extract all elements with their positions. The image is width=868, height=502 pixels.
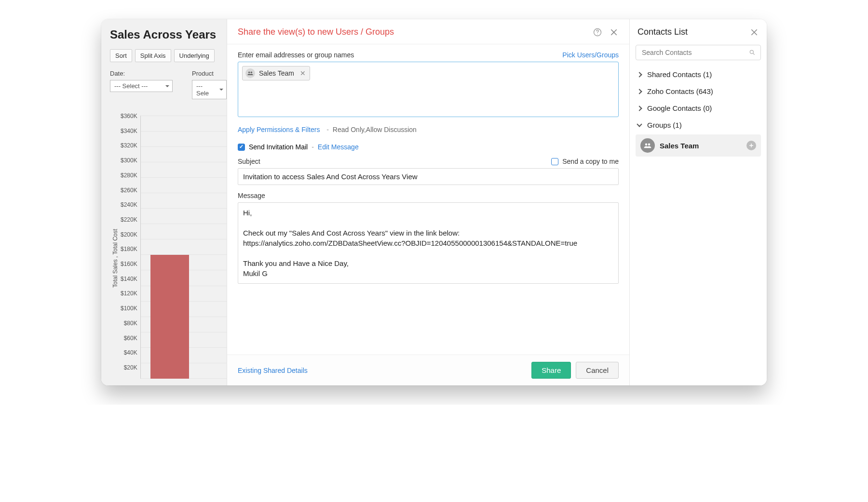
filter-date-select[interactable]: --- Select --- bbox=[110, 80, 173, 92]
chart-filters: Date: --- Select --- Product --- Sele bbox=[110, 70, 227, 99]
ytick: $180K bbox=[121, 242, 140, 256]
chevron-right-icon bbox=[637, 72, 642, 77]
contacts-section-shared[interactable]: Shared Contacts (1) bbox=[634, 66, 763, 83]
contacts-group-item[interactable]: Sales Team ＋ bbox=[636, 134, 761, 157]
chart-toolbar: Sort Split Axis Underlying bbox=[110, 49, 227, 62]
chevron-right-icon bbox=[637, 89, 642, 94]
edit-message-link[interactable]: Edit Message bbox=[318, 143, 359, 151]
send-copy-label: Send a copy to me bbox=[562, 158, 619, 165]
send-copy-checkbox[interactable] bbox=[551, 158, 558, 165]
message-label: Message bbox=[238, 192, 619, 199]
chart-title: Sales Across Years bbox=[110, 28, 227, 41]
filter-product-select[interactable]: --- Sele bbox=[192, 80, 227, 99]
chip-remove-icon[interactable]: ✕ bbox=[298, 69, 306, 77]
underlying-button[interactable]: Underlying bbox=[174, 49, 215, 62]
share-header: Share the view(s) to new Users / Groups bbox=[227, 19, 629, 44]
permissions-summary: Read Only,Allow Discussion bbox=[333, 126, 417, 133]
close-icon[interactable] bbox=[609, 27, 619, 37]
chart-yaxis: $360K $340K $320K $300K $280K $260K $240… bbox=[121, 109, 140, 379]
subject-input[interactable] bbox=[238, 168, 619, 185]
svg-point-6 bbox=[648, 144, 651, 146]
ytick: $20K bbox=[121, 360, 140, 375]
subject-label: Subject bbox=[238, 158, 260, 165]
svg-point-1 bbox=[597, 34, 597, 34]
contacts-header: Contacts List bbox=[630, 19, 767, 43]
add-group-icon[interactable]: ＋ bbox=[746, 141, 756, 150]
ytick: $80K bbox=[121, 316, 140, 330]
ytick: $300K bbox=[121, 153, 140, 168]
chip-label: Sales Team bbox=[259, 69, 294, 77]
section-label: Shared Contacts (1) bbox=[647, 70, 712, 79]
search-icon bbox=[749, 49, 756, 56]
send-invitation-checkbox[interactable] bbox=[238, 144, 245, 151]
group-avatar-icon bbox=[640, 138, 655, 153]
ytick: $280K bbox=[121, 168, 140, 183]
contacts-search[interactable] bbox=[636, 45, 761, 60]
recipient-chip: Sales Team ✕ bbox=[242, 66, 310, 80]
plot-area bbox=[140, 116, 227, 379]
ytick: $200K bbox=[121, 227, 140, 242]
section-label: Google Contacts (0) bbox=[647, 104, 712, 112]
help-icon[interactable] bbox=[593, 27, 602, 37]
svg-point-3 bbox=[251, 72, 253, 74]
svg-point-2 bbox=[248, 72, 250, 74]
contacts-section-google[interactable]: Google Contacts (0) bbox=[634, 100, 763, 117]
chart-ylabel: Total Sales , Total Cost bbox=[110, 109, 121, 379]
filter-label: Date: bbox=[110, 70, 173, 77]
app-window: Sales Across Years Sort Split Axis Under… bbox=[101, 19, 767, 385]
group-name: Sales Team bbox=[660, 142, 699, 150]
sort-button[interactable]: Sort bbox=[110, 49, 132, 62]
ytick: $160K bbox=[121, 257, 140, 271]
chevron-right-icon bbox=[637, 106, 642, 111]
filter-product: Product --- Sele bbox=[192, 70, 227, 99]
chart-bar bbox=[150, 255, 189, 379]
permissions-line: Apply Permissions & Filters - Read Only,… bbox=[238, 126, 619, 133]
section-label: Groups (1) bbox=[647, 121, 682, 129]
contacts-title: Contacts List bbox=[637, 27, 688, 37]
ytick: $240K bbox=[121, 198, 140, 212]
contacts-close-icon[interactable] bbox=[749, 27, 759, 37]
recipients-input[interactable]: Sales Team ✕ bbox=[238, 62, 619, 117]
share-title: Share the view(s) to new Users / Groups bbox=[238, 27, 394, 37]
share-body: Enter email addresses or group names Pic… bbox=[227, 44, 629, 355]
split-axis-button[interactable]: Split Axis bbox=[135, 49, 171, 62]
ytick: $140K bbox=[121, 272, 140, 286]
cancel-button[interactable]: Cancel bbox=[576, 362, 619, 379]
contacts-section-groups[interactable]: Groups (1) bbox=[634, 117, 763, 133]
ytick: $60K bbox=[121, 331, 140, 345]
email-label: Enter email addresses or group names bbox=[238, 51, 354, 59]
message-textarea[interactable]: Hi, Check out my "Sales And Cost Across … bbox=[238, 202, 619, 284]
pick-users-link[interactable]: Pick Users/Groups bbox=[562, 51, 619, 59]
share-button[interactable]: Share bbox=[531, 362, 571, 379]
apply-permissions-link[interactable]: Apply Permissions & Filters bbox=[238, 126, 320, 133]
svg-point-5 bbox=[645, 144, 648, 146]
existing-shared-link[interactable]: Existing Shared Details bbox=[238, 367, 308, 374]
ytick: $260K bbox=[121, 183, 140, 198]
send-invitation-row: Send Invitation Mail - Edit Message bbox=[238, 143, 619, 151]
chart-background: Sales Across Years Sort Split Axis Under… bbox=[101, 19, 227, 385]
chart-plot: Total Sales , Total Cost $360K $340K $32… bbox=[110, 109, 227, 379]
send-invitation-label: Send Invitation Mail bbox=[249, 143, 308, 151]
ytick: $340K bbox=[121, 124, 140, 138]
group-icon bbox=[245, 68, 255, 78]
ytick: $120K bbox=[121, 286, 140, 301]
send-copy-row: Send a copy to me bbox=[551, 158, 619, 165]
ytick: $40K bbox=[121, 345, 140, 360]
contacts-search-input[interactable] bbox=[641, 48, 749, 57]
contacts-section-zoho[interactable]: Zoho Contacts (643) bbox=[634, 83, 763, 100]
filter-date: Date: --- Select --- bbox=[110, 70, 173, 99]
contacts-panel: Contacts List Shared Contacts (1) Zoho C… bbox=[629, 19, 767, 385]
share-footer: Existing Shared Details Share Cancel bbox=[227, 355, 629, 385]
section-label: Zoho Contacts (643) bbox=[647, 87, 713, 95]
contacts-list: Shared Contacts (1) Zoho Contacts (643) … bbox=[630, 65, 767, 158]
ytick: $220K bbox=[121, 212, 140, 227]
ytick: $320K bbox=[121, 138, 140, 153]
share-panel: Share the view(s) to new Users / Groups … bbox=[227, 19, 629, 385]
ytick: $100K bbox=[121, 301, 140, 316]
filter-label: Product bbox=[192, 70, 227, 77]
chevron-down-icon bbox=[637, 121, 642, 127]
svg-point-4 bbox=[750, 50, 753, 53]
ytick: $360K bbox=[121, 109, 140, 123]
